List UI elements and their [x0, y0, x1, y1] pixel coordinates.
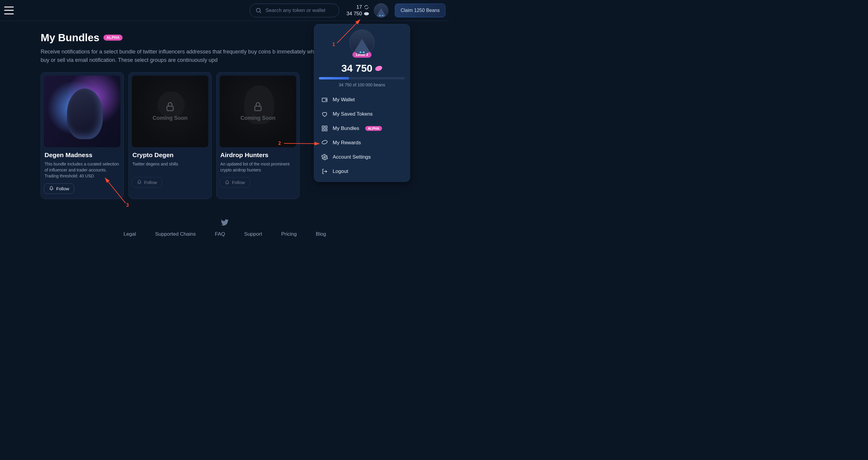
- page-title: My Bundles: [41, 32, 99, 44]
- bell-icon: [137, 180, 142, 185]
- menu-label: My Wallet: [333, 97, 355, 103]
- follow-button: Follow: [132, 177, 162, 188]
- menu-my-bundles[interactable]: My Bundles ALPHA: [319, 121, 405, 136]
- follow-label: Follow: [56, 186, 69, 191]
- svg-rect-8: [322, 126, 324, 128]
- user-dropdown-panel: Level 3 34 750 34 750 of 100 000 beans M…: [314, 24, 410, 182]
- bundle-image: Coming Soon: [220, 75, 296, 147]
- dropdown-avatar: [349, 30, 374, 55]
- streak-count: 17: [356, 4, 362, 10]
- bundle-description: An updated list of the most prominent cr…: [220, 161, 296, 173]
- heart-icon: [321, 111, 328, 118]
- bean-icon: [364, 12, 369, 16]
- bean-icon: [321, 139, 328, 146]
- svg-point-0: [256, 8, 260, 12]
- bundle-title: Airdrop Hunters: [220, 152, 296, 159]
- menu-logout[interactable]: Logout: [319, 164, 405, 178]
- lock-icon: [165, 101, 176, 112]
- menu-my-rewards[interactable]: My Rewards: [319, 136, 405, 150]
- footer-link-pricing[interactable]: Pricing: [281, 231, 297, 237]
- svg-line-1: [260, 12, 261, 13]
- bell-icon: [49, 186, 54, 191]
- annotation-number-3: 3: [126, 202, 129, 208]
- bundle-title: Crypto Degen: [132, 152, 208, 159]
- search-icon: [255, 7, 262, 14]
- grid-icon: [321, 125, 328, 132]
- bundle-card-degen-madness[interactable]: Degen Madness This bundle includes a cur…: [41, 72, 124, 199]
- lock-icon: [253, 101, 263, 112]
- logout-icon: [321, 168, 328, 175]
- gear-icon: [321, 154, 328, 160]
- menu-label: My Bundles: [333, 126, 359, 131]
- follow-button: Follow: [220, 177, 250, 188]
- bundle-title: Degen Madness: [44, 152, 120, 159]
- alpha-badge: ALPHA: [365, 126, 382, 131]
- follow-label: Follow: [232, 180, 245, 185]
- progress-bar: [319, 77, 405, 79]
- claim-beans-button[interactable]: Claim 1250 Beans: [395, 4, 445, 17]
- streak-icon: [364, 4, 369, 10]
- menu-label: Account Settings: [333, 154, 371, 160]
- svg-rect-9: [325, 126, 327, 128]
- menu-label: My Saved Tokens: [333, 111, 373, 117]
- footer-link-faq[interactable]: FAQ: [215, 231, 225, 237]
- bean-icon: [375, 65, 382, 71]
- footer-link-legal[interactable]: Legal: [123, 231, 136, 237]
- bell-icon: [225, 180, 229, 185]
- footer-link-supported-chains[interactable]: Supported Chains: [155, 231, 196, 237]
- svg-point-7: [326, 99, 327, 100]
- coming-soon-label: Coming Soon: [153, 115, 188, 121]
- footer-links: Legal Supported Chains FAQ Support Prici…: [123, 231, 326, 237]
- bundle-card-airdrop-hunters: Coming Soon Airdrop Hunters An updated l…: [216, 72, 300, 199]
- twitter-icon[interactable]: [221, 219, 229, 226]
- bean-count: 34 750: [346, 11, 362, 17]
- menu-label: My Rewards: [333, 140, 361, 146]
- bundle-image: [44, 75, 120, 147]
- dropdown-menu: My Wallet My Saved Tokens My Bundles ALP…: [319, 93, 405, 178]
- follow-button[interactable]: Follow: [44, 184, 74, 194]
- footer: Legal Supported Chains FAQ Support Prici…: [0, 219, 450, 239]
- follow-label: Follow: [144, 180, 157, 185]
- bundle-description: Twitter degens and shills: [132, 161, 208, 173]
- header-stats: 17 34 750: [346, 4, 369, 17]
- svg-point-12: [321, 140, 328, 144]
- svg-point-2: [364, 12, 369, 15]
- progress-label: 34 750 of 100 000 beans: [319, 83, 405, 87]
- svg-point-13: [324, 156, 326, 158]
- hamburger-menu-button[interactable]: [4, 7, 14, 14]
- header-bar: 17 34 750 Claim 1250 Beans: [0, 0, 450, 21]
- svg-rect-10: [322, 129, 324, 131]
- footer-link-support[interactable]: Support: [244, 231, 262, 237]
- svg-rect-11: [325, 129, 327, 131]
- menu-label: Logout: [333, 168, 348, 174]
- user-avatar-button[interactable]: [374, 3, 388, 18]
- wallet-icon: [321, 97, 328, 103]
- bundle-description: This bundle includes a curated selection…: [44, 161, 120, 179]
- dropdown-bean-count: 34 750: [341, 62, 372, 74]
- svg-rect-4: [255, 106, 261, 111]
- svg-point-5: [375, 65, 382, 71]
- footer-link-blog[interactable]: Blog: [316, 231, 326, 237]
- coming-soon-label: Coming Soon: [241, 115, 276, 121]
- search-input[interactable]: [266, 7, 334, 13]
- bundle-image: Coming Soon: [132, 75, 208, 147]
- menu-account-settings[interactable]: Account Settings: [319, 150, 405, 164]
- page-subtitle: Receive notifications for a select bundl…: [41, 48, 334, 65]
- menu-my-saved-tokens[interactable]: My Saved Tokens: [319, 107, 405, 121]
- bundle-card-crypto-degen: Coming Soon Crypto Degen Twitter degens …: [128, 72, 212, 199]
- search-box[interactable]: [250, 4, 339, 17]
- menu-my-wallet[interactable]: My Wallet: [319, 93, 405, 107]
- alpha-badge: ALPHA: [103, 35, 123, 41]
- svg-rect-3: [167, 106, 173, 111]
